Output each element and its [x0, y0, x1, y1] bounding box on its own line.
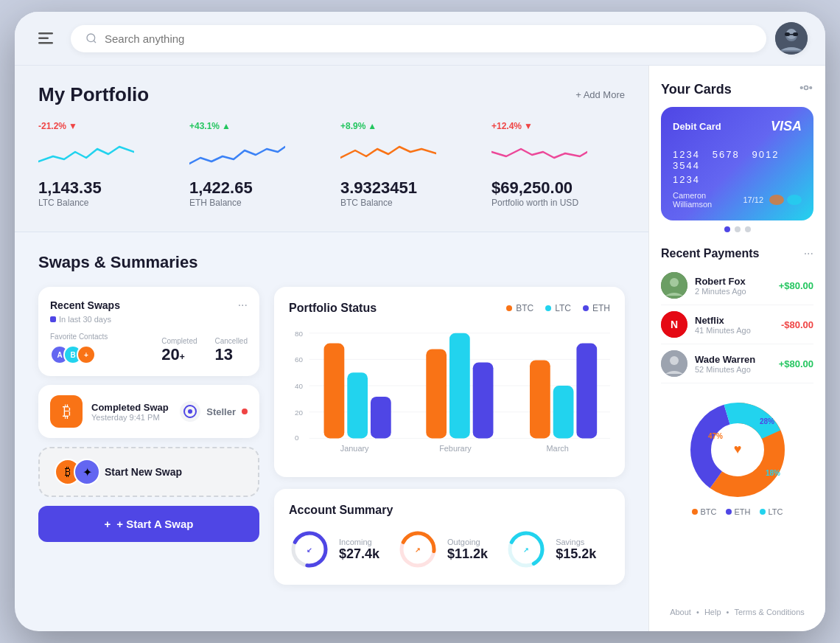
svg-point-44: [805, 86, 808, 90]
card-dot-2[interactable]: [735, 226, 741, 232]
completed-swap-card: ₿ Completed Swap Yesterday 9:41 PM: [38, 385, 259, 438]
payment-avatar-2: N: [661, 311, 687, 338]
svg-point-48: [670, 278, 679, 287]
usd-change: +12.4% ▼: [491, 121, 625, 131]
payment-avatar-1: [661, 272, 687, 299]
portfolio-card-usd: +12.4% ▼ $69,250.00 Portfolio worth in U…: [491, 121, 625, 208]
account-summary: Account Summary ↙: [274, 489, 625, 585]
swaps-section: Swaps & Summaries Recent Swaps ···: [15, 232, 648, 631]
start-new-swap-card[interactable]: ₿ ✦ Start New Swap: [38, 447, 259, 497]
ltc-label: LTC Balance: [38, 198, 172, 208]
donut-legend-eth: ETH: [726, 507, 751, 516]
outgoing-value: $11.2k: [447, 546, 488, 562]
svg-text:Feburary: Feburary: [439, 444, 472, 453]
svg-text:60: 60: [295, 355, 304, 364]
contacts-avatars: A B +: [50, 345, 108, 364]
swaps-left: Recent Swaps ··· In last 30 days Favorit…: [38, 287, 259, 585]
legend-btc: BTC: [506, 303, 533, 313]
about-link[interactable]: About: [670, 608, 691, 616]
donut-chart: ♥ 47% 28% 18%: [686, 398, 789, 501]
svg-rect-24: [347, 372, 368, 438]
recent-swaps-subtitle: In last 30 days: [50, 315, 248, 324]
svg-rect-7: [785, 32, 790, 36]
portfolio-card-ltc: -21.2% ▼ 1,143.35 LTC Balance: [38, 121, 172, 208]
eth-change: +43.1% ▲: [189, 121, 323, 131]
savings-card: ↗ Savings $15.2k: [505, 529, 596, 570]
payment-amount-1: +$80.00: [779, 280, 813, 291]
swap-status-dot: [242, 409, 248, 414]
payment-item-3: Wade Warren 52 Minutes Ago +$80.00: [661, 344, 813, 383]
svg-text:↗: ↗: [523, 546, 529, 554]
portfolio-status-chart: Portfolio Status BTC LTC: [274, 287, 625, 477]
donut-chart-section: ♥ 47% 28% 18% BTC ETH: [661, 398, 813, 516]
search-input[interactable]: [105, 32, 752, 45]
svg-text:40: 40: [295, 382, 304, 390]
payment-info-3: Wade Warren 52 Minutes Ago: [695, 354, 771, 374]
savings-value: $15.2k: [556, 546, 596, 562]
recent-swaps-menu[interactable]: ···: [238, 299, 248, 312]
card-number-row1: 1234 5678 9012 3544: [673, 149, 802, 171]
payment-time-3: 52 Minutes Ago: [695, 365, 771, 374]
payment-time-1: 2 Minutes Ago: [695, 287, 771, 296]
svg-rect-25: [371, 397, 391, 438]
completed-swap-time: Yesterday 9:41 PM: [91, 413, 171, 422]
terms-link[interactable]: Terms & Conditions: [734, 608, 804, 616]
outgoing-card: ↗ Outgoing $11.2k: [397, 529, 488, 570]
help-link[interactable]: Help: [704, 608, 721, 616]
portfolio-cards: -21.2% ▼ 1,143.35 LTC Balance: [38, 121, 625, 208]
svg-text:20: 20: [295, 409, 304, 417]
incoming-ring: ↙: [289, 529, 330, 570]
payment-info-2: Netflix 41 Minutes Ago: [695, 315, 774, 335]
incoming-card: ↙ Incoming $27.4k: [289, 529, 379, 570]
contact-avatar-3: +: [77, 345, 96, 364]
add-more-button[interactable]: + Add More: [575, 89, 625, 100]
svg-point-3: [87, 34, 95, 42]
payment-amount-3: +$80.00: [779, 358, 813, 369]
cards-settings[interactable]: [799, 80, 813, 98]
usd-label: Portfolio worth in USD: [491, 198, 625, 208]
svg-text:↙: ↙: [307, 546, 312, 554]
eth-value: 1,422.65: [189, 178, 323, 198]
card-dot-1[interactable]: [724, 226, 730, 232]
svg-point-45: [810, 87, 812, 89]
user-avatar[interactable]: [775, 22, 808, 55]
payments-menu[interactable]: ···: [804, 247, 813, 260]
start-swap-button[interactable]: + + Start A Swap: [38, 506, 259, 542]
svg-rect-2: [38, 42, 53, 44]
outgoing-info: Outgoing $11.2k: [447, 538, 488, 562]
your-cards-title: Your Cards: [661, 82, 732, 97]
swap-stats: Completed 20+ Cancelled 13: [161, 337, 248, 364]
chart-title: Portfolio Status: [289, 302, 377, 315]
payments-list: Robert Fox 2 Minutes Ago +$80.00 N: [661, 266, 813, 383]
ltc-chart: [38, 136, 172, 171]
outgoing-ring: ↗: [397, 529, 438, 570]
start-new-label: Start New Swap: [105, 466, 182, 478]
swaps-title: Swaps & Summaries: [38, 253, 625, 272]
content-area: My Portfolio + Add More -21.2% ▼: [15, 66, 648, 631]
svg-rect-31: [576, 344, 597, 439]
payment-time-2: 41 Minutes Ago: [695, 326, 774, 335]
svg-rect-0: [38, 32, 53, 35]
svg-text:January: January: [340, 444, 369, 453]
portfolio-section: My Portfolio + Add More -21.2% ▼: [15, 66, 648, 232]
card-name: Cameron Williamson: [673, 191, 743, 209]
svg-point-52: [670, 356, 679, 365]
savings-info: Savings $15.2k: [556, 538, 596, 562]
svg-point-46: [801, 87, 803, 89]
svg-point-12: [188, 409, 192, 414]
legend-ltc: LTC: [545, 303, 571, 313]
start-swap-label: + Start A Swap: [116, 518, 193, 530]
swap-icons: ₿ ✦: [55, 459, 93, 485]
payment-avatar-3: [661, 350, 687, 377]
recent-payments-section: Recent Payments ··· Robert: [661, 247, 813, 383]
card-dot-3[interactable]: [745, 226, 751, 232]
svg-text:47%: 47%: [708, 432, 723, 440]
recent-swaps-title: Recent Swaps: [50, 299, 120, 311]
swap-brand: Steller: [206, 406, 236, 417]
completed-stat: Completed 20+: [161, 337, 197, 364]
card-dots: [661, 226, 813, 232]
svg-rect-30: [553, 386, 574, 438]
menu-button[interactable]: [32, 25, 59, 52]
completed-swap-title: Completed Swap: [91, 402, 171, 413]
your-cards-section: Your Cards Debit Card VISA: [661, 80, 813, 232]
